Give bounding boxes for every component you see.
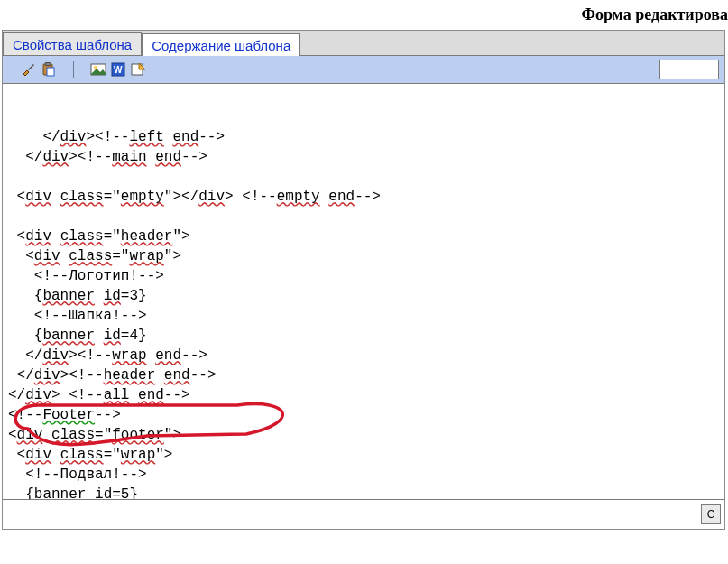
- code-editor[interactable]: </div><!--left end--> </div><!--main end…: [3, 84, 724, 499]
- code-line: {banner id=4}: [8, 326, 719, 346]
- tab-content[interactable]: Содержание шаблона: [142, 33, 300, 56]
- code-line: {banner id=3}: [8, 286, 719, 306]
- image-icon[interactable]: [90, 61, 106, 78]
- tab-properties[interactable]: Свойства шаблона: [3, 32, 142, 55]
- code-line: </div><!--main end-->: [8, 147, 719, 167]
- code-line: <!--Подвал!-->: [8, 465, 719, 485]
- code-line: <!--Шапка!-->: [8, 306, 719, 326]
- code-line: </div> <!--all end-->: [8, 385, 719, 405]
- tabs: Свойства шаблона Содержание шаблона: [3, 31, 724, 56]
- svg-text:W: W: [114, 65, 123, 75]
- code-line: <div class="wrap">: [8, 246, 719, 266]
- code-line: [8, 207, 719, 227]
- svg-rect-2: [47, 68, 54, 76]
- bottom-bar: C: [3, 499, 724, 529]
- code-line: <!--Логотип!-->: [8, 266, 719, 286]
- bottom-button[interactable]: C: [701, 504, 721, 524]
- search-input[interactable]: [659, 60, 719, 79]
- code-line: {banner id=5}: [8, 485, 719, 499]
- insert-word-icon[interactable]: W: [110, 61, 126, 78]
- code-line: <!--Footer-->: [8, 405, 719, 425]
- toolbar: W: [3, 56, 724, 84]
- paste-icon[interactable]: [41, 61, 57, 78]
- svg-rect-1: [45, 63, 51, 66]
- insert-object-icon[interactable]: [130, 61, 146, 78]
- code-line: <div class="header">: [8, 227, 719, 246]
- code-line: </div><!--header end-->: [8, 365, 719, 385]
- code-line: </div><!--left end-->: [8, 127, 719, 147]
- code-line: </div><!--wrap end-->: [8, 346, 719, 365]
- brush-icon[interactable]: [21, 61, 37, 78]
- page-title: Форма редактирова: [0, 0, 728, 30]
- code-line: <div class="wrap">: [8, 445, 719, 465]
- toolbar-separator: [73, 61, 74, 78]
- code-line: <div class="footer">: [8, 425, 719, 445]
- code-line: <div class="empty"></div> <!--empty end-…: [8, 187, 719, 207]
- editor-panel: Свойства шаблона Содержание шаблона W: [2, 30, 725, 530]
- code-line: [8, 167, 719, 187]
